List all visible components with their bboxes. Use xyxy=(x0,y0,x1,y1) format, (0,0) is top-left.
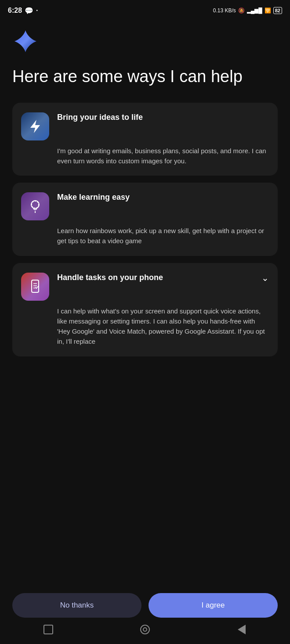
card-header-learning: Make learning easy xyxy=(21,192,269,220)
gemini-logo-icon xyxy=(12,28,39,54)
card-title-learning: Make learning easy xyxy=(57,192,130,202)
learn-icon-wrapper xyxy=(21,192,49,220)
agree-button[interactable]: I agree xyxy=(149,593,278,618)
phone-icon-wrapper xyxy=(21,273,49,301)
nav-recents-icon[interactable] xyxy=(43,624,54,635)
svg-point-0 xyxy=(31,201,39,209)
card-header-tasks: Handle tasks on your phone ⌄ xyxy=(21,273,269,301)
card-title-row-tasks: Handle tasks on your phone ⌄ xyxy=(57,273,269,283)
status-right: 0.13 KB/s 🔕 ▂▄▆█ 🛜 82 xyxy=(213,7,282,14)
card-body-learning: Learn how rainbows work, pick up a new s… xyxy=(21,226,269,246)
network-speed: 0.13 KB/s xyxy=(213,7,236,14)
chevron-down-icon[interactable]: ⌄ xyxy=(261,273,269,283)
card-title-tasks: Handle tasks on your phone xyxy=(57,273,163,283)
circle-inner-icon xyxy=(143,627,147,632)
no-thanks-button[interactable]: No thanks xyxy=(12,593,141,618)
triangle-back-icon xyxy=(238,625,246,634)
svg-point-5 xyxy=(32,201,39,208)
card-body-ideas: I'm good at writing emails, business pla… xyxy=(21,146,269,166)
card-description-learning: Learn how rainbows work, pick up a new s… xyxy=(57,226,269,246)
nav-back-icon[interactable] xyxy=(236,624,247,635)
lightbulb-icon xyxy=(29,199,42,214)
status-left: 6:28 💬 · xyxy=(8,7,38,15)
button-row: No thanks I agree xyxy=(12,593,278,618)
card-description-tasks: I can help with what's on your screen an… xyxy=(57,306,269,347)
square-icon xyxy=(44,625,53,634)
page-title: Here are some ways I can help xyxy=(12,67,278,87)
card-title-row-learning: Make learning easy xyxy=(57,192,269,202)
lightning-bolt-icon xyxy=(29,119,42,134)
card-header-ideas: Bring your ideas to life xyxy=(21,112,269,140)
mute-icon: 🔕 xyxy=(238,7,245,14)
whatsapp-icon: 💬 xyxy=(25,7,33,15)
svg-rect-6 xyxy=(32,280,39,292)
wifi-icon: 🛜 xyxy=(265,7,271,14)
card-bring-ideas: Bring your ideas to life I'm good at wri… xyxy=(12,103,278,176)
card-body-tasks: I can help with what's on your screen an… xyxy=(21,306,269,347)
card-handle-tasks: Handle tasks on your phone ⌄ I can help … xyxy=(12,263,278,356)
card-description-ideas: I'm good at writing emails, business pla… xyxy=(57,146,269,166)
status-bar: 6:28 💬 · 0.13 KB/s 🔕 ▂▄▆█ 🛜 82 xyxy=(0,0,290,19)
nav-home-icon[interactable] xyxy=(140,624,150,635)
phone-tasks-icon xyxy=(29,279,42,294)
main-content: Here are some ways I can help Bring your… xyxy=(0,19,290,356)
status-dot: · xyxy=(36,7,38,14)
feature-cards-container: Bring your ideas to life I'm good at wri… xyxy=(12,103,278,356)
card-title-row-ideas: Bring your ideas to life xyxy=(57,112,269,122)
signal-icon: ▂▄▆█ xyxy=(247,7,262,14)
card-title-ideas: Bring your ideas to life xyxy=(57,112,143,122)
battery-display: 82 xyxy=(273,7,282,14)
navigation-bar xyxy=(0,619,290,644)
lightning-icon-wrapper xyxy=(21,112,49,140)
time-display: 6:28 xyxy=(8,7,22,14)
circle-home-icon xyxy=(140,625,150,634)
card-make-learning: Make learning easy Learn how rainbows wo… xyxy=(12,183,278,256)
